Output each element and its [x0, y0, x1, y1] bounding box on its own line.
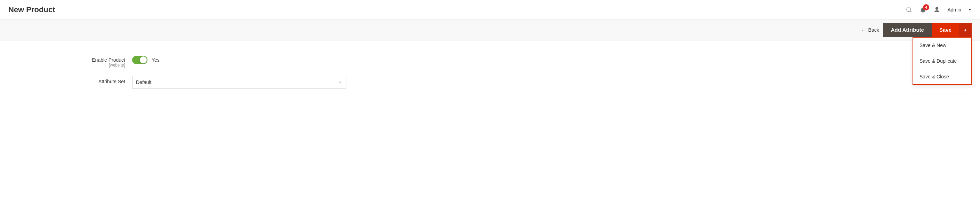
toggle-knob: [140, 56, 147, 63]
page-content: Enable Product [website] Yes Attribute S…: [0, 40, 980, 180]
header-right: 4 Admin ▼: [905, 6, 972, 13]
attribute-set-label: Attribute Set: [70, 76, 132, 84]
enable-product-row: Enable Product [website] Yes: [0, 54, 980, 67]
save-dropdown-toggle[interactable]: ▲: [959, 23, 972, 37]
user-name: Admin: [947, 7, 961, 13]
save-button[interactable]: Save: [932, 23, 959, 37]
app-header: New Product 4 Admin ▼: [0, 0, 980, 19]
search-icon: [905, 6, 913, 13]
save-duplicate-option[interactable]: Save & Duplicate: [913, 53, 971, 69]
page-title: New Product: [8, 5, 55, 14]
header-left: New Product: [8, 5, 55, 14]
enable-product-value: Yes: [152, 57, 160, 63]
back-label: Back: [869, 27, 879, 33]
save-button-group: Save ▲ Save & New Save & Duplicate Save …: [932, 23, 972, 37]
user-menu-button[interactable]: [934, 6, 940, 13]
notifications-button[interactable]: 4: [920, 6, 926, 13]
save-arrow-icon: ▲: [963, 27, 967, 32]
back-arrow-icon: ←: [861, 27, 866, 33]
user-menu-caret: ▼: [968, 8, 972, 11]
save-close-option[interactable]: Save & Close: [913, 69, 971, 84]
toolbar: ← Back Add Attribute Save ▲ Save & New S…: [0, 19, 980, 40]
enable-product-control: Yes: [132, 54, 160, 64]
back-button[interactable]: ← Back: [861, 27, 879, 33]
save-new-option[interactable]: Save & New: [913, 38, 971, 53]
chevron-down-icon: [338, 80, 342, 85]
add-attribute-button[interactable]: Add Attribute: [883, 23, 932, 37]
attribute-set-select-wrap: Default: [132, 76, 346, 88]
attribute-set-row: Attribute Set Default: [0, 76, 980, 88]
enable-product-sublabel: [website]: [70, 63, 125, 67]
search-button[interactable]: [905, 6, 913, 13]
attribute-set-select[interactable]: Default: [132, 76, 334, 88]
save-dropdown: Save & New Save & Duplicate Save & Close: [913, 37, 972, 85]
attribute-set-dropdown-button[interactable]: [334, 76, 346, 88]
enable-product-toggle[interactable]: [132, 56, 148, 64]
enable-product-label: Enable Product [website]: [70, 54, 132, 67]
user-icon: [934, 6, 940, 13]
notification-badge: 4: [923, 4, 929, 10]
